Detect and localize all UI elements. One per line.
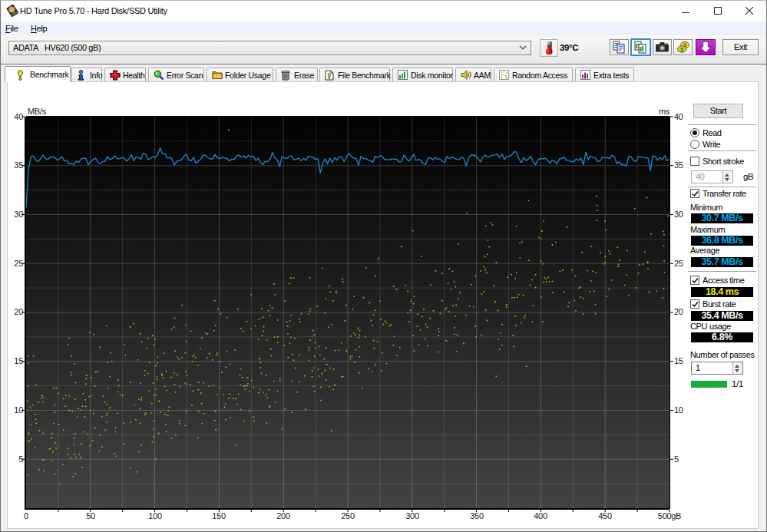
svg-text:$: $ [680,47,683,53]
